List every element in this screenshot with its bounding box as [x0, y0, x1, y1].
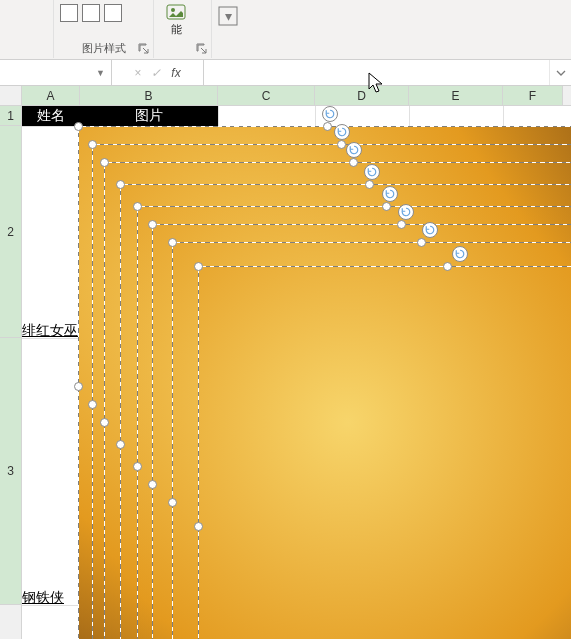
cancel-icon[interactable]: × — [134, 66, 141, 80]
resize-handle[interactable] — [382, 202, 391, 211]
col-header-a[interactable]: A — [22, 86, 80, 105]
sheet-area: A B C D E F 1 2 3 姓名 图片 绯红女巫 钢铁侠 — [0, 86, 571, 639]
chevron-down-icon[interactable]: ▼ — [96, 68, 105, 78]
expand-formula-bar-icon[interactable] — [549, 60, 571, 85]
resize-handle[interactable] — [168, 238, 177, 247]
rotate-handle[interactable] — [346, 142, 362, 158]
rotate-handle[interactable] — [452, 246, 468, 262]
resize-handle[interactable] — [397, 220, 406, 229]
resize-handle[interactable] — [74, 382, 83, 391]
ribbon-btn-label: 能 — [171, 22, 182, 37]
style-gallery[interactable] — [60, 4, 122, 22]
resize-handle[interactable] — [443, 262, 452, 271]
row-headers: 1 2 3 — [0, 106, 22, 639]
resize-handle[interactable] — [88, 400, 97, 409]
resize-handle[interactable] — [133, 202, 142, 211]
resize-handle[interactable] — [194, 262, 203, 271]
ribbon-button[interactable]: 能 — [160, 2, 192, 39]
cell-a1[interactable]: 姓名 — [22, 106, 80, 126]
formula-input[interactable] — [204, 60, 549, 85]
cell-grid[interactable]: 姓名 图片 绯红女巫 钢铁侠 — [22, 106, 571, 639]
resize-handle[interactable] — [116, 180, 125, 189]
resize-handle[interactable] — [88, 140, 97, 149]
resize-handle[interactable] — [74, 122, 83, 131]
cell-a3[interactable]: 钢铁侠 — [22, 589, 64, 607]
svg-text:▾: ▾ — [225, 8, 232, 24]
rotate-handle[interactable] — [398, 204, 414, 220]
style-thumb[interactable] — [104, 4, 122, 22]
rotate-handle[interactable] — [422, 222, 438, 238]
col-header-f[interactable]: F — [503, 86, 563, 105]
confirm-icon[interactable]: ✓ — [151, 66, 161, 80]
rotate-handle[interactable] — [322, 106, 338, 122]
ribbon-group-partial2: ▾ — [212, 0, 252, 58]
ribbon-button[interactable]: ▾ — [216, 4, 240, 31]
fx-controls: × ✓ fx — [112, 60, 204, 85]
cell-a2[interactable]: 绯红女巫 — [22, 322, 78, 340]
formula-bar: ▼ × ✓ fx — [0, 60, 571, 86]
resize-handle[interactable] — [323, 122, 332, 131]
resize-handle[interactable] — [100, 158, 109, 167]
resize-handle[interactable] — [349, 158, 358, 167]
column-headers: A B C D E F — [22, 86, 571, 106]
picture-subject — [536, 546, 571, 639]
resize-handle[interactable] — [365, 180, 374, 189]
name-box[interactable]: ▼ — [0, 60, 112, 85]
group-label-picture-styles: 图片样式 — [82, 41, 126, 56]
resize-handle[interactable] — [417, 238, 426, 247]
fx-icon[interactable]: fx — [171, 66, 180, 80]
resize-handle[interactable] — [337, 140, 346, 149]
resize-handle[interactable] — [116, 440, 125, 449]
dialog-launcher-icon[interactable] — [195, 42, 209, 56]
col-header-b[interactable]: B — [80, 86, 218, 105]
rotate-handle[interactable] — [364, 164, 380, 180]
style-thumb[interactable] — [60, 4, 78, 22]
resize-handle[interactable] — [194, 522, 203, 531]
col-header-d[interactable]: D — [315, 86, 409, 105]
row-header-1[interactable]: 1 — [0, 106, 21, 126]
resize-handle[interactable] — [148, 220, 157, 229]
col-header-e[interactable]: E — [409, 86, 503, 105]
cell-b1[interactable]: 图片 — [80, 106, 218, 126]
resize-handle[interactable] — [148, 480, 157, 489]
ribbon-group-partial — [0, 0, 54, 58]
resize-handle[interactable] — [168, 498, 177, 507]
rotate-handle[interactable] — [334, 124, 350, 140]
ribbon-group-func: 能 — [154, 0, 212, 58]
picture-content — [198, 266, 571, 639]
svg-point-1 — [171, 8, 175, 12]
row-header-3[interactable]: 3 — [0, 338, 21, 605]
row-header-2[interactable]: 2 — [0, 126, 21, 338]
resize-handle[interactable] — [100, 418, 109, 427]
function-icon — [166, 4, 186, 20]
inserted-picture[interactable] — [198, 266, 571, 639]
dialog-launcher-icon[interactable] — [137, 42, 151, 56]
select-all-corner[interactable] — [0, 86, 22, 106]
resize-handle[interactable] — [133, 462, 142, 471]
style-thumb[interactable] — [82, 4, 100, 22]
tool-icon: ▾ — [216, 4, 240, 28]
ribbon: 图片样式 能 ▾ — [0, 0, 571, 60]
col-header-c[interactable]: C — [218, 86, 315, 105]
ribbon-group-picture-styles: 图片样式 — [54, 0, 154, 58]
rotate-handle[interactable] — [382, 186, 398, 202]
